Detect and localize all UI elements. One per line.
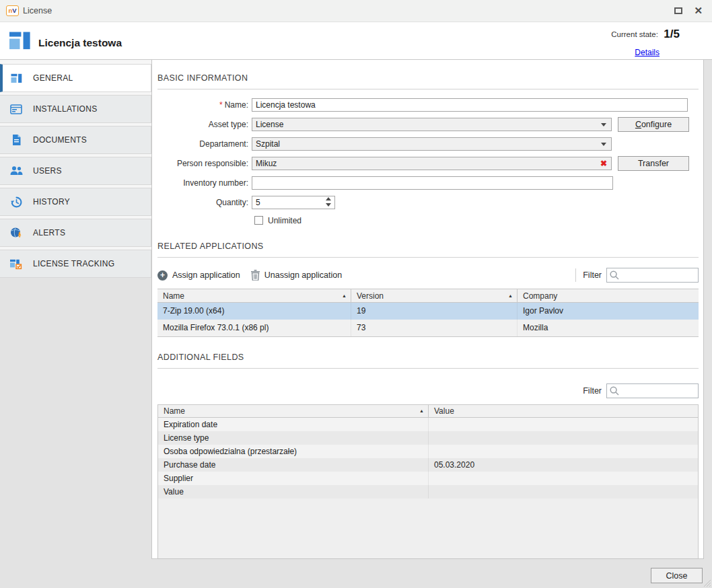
sort-asc-icon: ▲ [342, 291, 347, 302]
applications-filter [606, 268, 699, 283]
unassign-application-button[interactable]: Unassign application [251, 270, 342, 281]
window-close-button[interactable]: ✕ [694, 5, 703, 17]
sidebar-item-users[interactable]: USERS [0, 157, 151, 185]
cell-name: 7-Zip 19.00 (x64) [157, 303, 351, 320]
current-state-label: Current state: [611, 30, 658, 38]
sidebar-item-alerts[interactable]: ALERTS [0, 219, 151, 247]
additional-fields-filter [606, 383, 699, 398]
quantity-input[interactable] [252, 196, 335, 209]
close-button[interactable]: Close [651, 568, 703, 583]
cell-field-name: Supplier [158, 472, 429, 485]
tab-label: GENERAL [33, 73, 73, 83]
assign-application-label: Assign application [172, 270, 240, 280]
transfer-button[interactable]: Transfer [618, 156, 689, 171]
section-divider [157, 368, 699, 369]
asset-type-dropdown[interactable]: License [252, 118, 612, 131]
cell-field-value [429, 472, 698, 485]
tab-label: USERS [33, 166, 62, 176]
asset-type-value: License [252, 120, 601, 129]
cell-field-value [429, 431, 698, 445]
configure-button[interactable]: Configure [618, 117, 689, 132]
department-dropdown[interactable]: Szpital [252, 137, 612, 151]
table-row[interactable]: Osoba odpowiedzialna (przestarzałe) [158, 445, 698, 458]
section-title-basic-information: BASIC INFORMATION [157, 73, 699, 83]
main-content: BASIC INFORMATION *Name: Asset type: Lic… [151, 60, 704, 559]
spinner-down-icon[interactable] [326, 203, 331, 207]
page-header: Licencja testowa Current state: 1/5 Deta… [0, 22, 712, 60]
sort-asc-icon: ▲ [419, 406, 424, 417]
cell-company: Mozilla [518, 320, 699, 336]
page-title: Licencja testowa [38, 37, 122, 49]
globe-bell-icon [9, 227, 23, 239]
table-row[interactable]: Expiration date [158, 418, 698, 431]
plus-circle-icon: + [157, 270, 168, 281]
license-tracking-icon [9, 258, 23, 270]
cell-version: 73 [351, 320, 518, 336]
table-row[interactable]: Value [158, 485, 698, 499]
quantity-stepper [326, 197, 332, 208]
related-applications-table: Name▲ Version▲ Company 7-Zip 19.00 (x64)… [157, 289, 699, 337]
section-divider [157, 89, 699, 89]
sidebar-tab-stack: GENERAL INSTALLATIONS [0, 60, 151, 278]
name-input[interactable] [252, 98, 688, 112]
current-state-value: 1/5 [664, 28, 680, 40]
unlimited-checkbox[interactable] [254, 216, 263, 225]
section-title-additional-fields: ADDITIONAL FIELDS [157, 353, 699, 362]
sidebar-item-history[interactable]: HISTORY [0, 188, 151, 216]
form-row-quantity: Quantity: [157, 196, 699, 209]
person-responsible-value: Mikuz [252, 159, 600, 168]
table-row[interactable]: Purchase date 05.03.2020 [158, 458, 698, 472]
column-header-name[interactable]: Name▲ [157, 289, 351, 302]
clear-person-icon[interactable]: ✖ [600, 159, 607, 168]
users-icon [9, 166, 23, 176]
asset-type-label: Asset type: [157, 120, 248, 129]
column-header-version[interactable]: Version▲ [351, 289, 518, 302]
inventory-number-input[interactable] [252, 176, 613, 190]
assign-application-button[interactable]: + Assign application [157, 270, 240, 281]
department-value: Szpital [252, 139, 601, 149]
table-row-selected[interactable]: 7-Zip 19.00 (x64) 19 Igor Pavlov [157, 303, 699, 320]
table-row[interactable]: License type [158, 431, 698, 445]
quantity-label: Quantity: [157, 198, 248, 207]
person-responsible-field[interactable]: Mikuz ✖ [252, 157, 612, 170]
sidebar-item-installations[interactable]: INSTALLATIONS [0, 95, 151, 123]
sidebar-item-license-tracking[interactable]: LICENSE TRACKING [0, 250, 151, 278]
applications-filter-input[interactable] [606, 268, 699, 283]
sidebar-item-general[interactable]: GENERAL [0, 64, 151, 92]
sidebar-item-documents[interactable]: DOCUMENTS [0, 126, 151, 154]
table-header: Name▲ Version▲ Company [157, 289, 699, 303]
cell-field-name: Osoba odpowiedzialna (przestarzałe) [158, 445, 429, 458]
table-row[interactable]: Supplier [158, 472, 698, 485]
history-icon [9, 196, 23, 208]
spinner-up-icon[interactable] [326, 197, 331, 200]
toolbar-divider [575, 268, 576, 282]
unlimited-row: Unlimited [254, 215, 699, 225]
section-title-related-applications: RELATED APPLICATIONS [157, 242, 699, 251]
search-icon [610, 270, 619, 280]
additional-fields-filter-input[interactable] [606, 383, 699, 398]
license-window: { "window": { "title": "License", "app_i… [0, 0, 712, 588]
column-header-value[interactable]: Value [429, 405, 698, 417]
resize-grip[interactable] [703, 579, 711, 587]
filter-label: Filter [583, 386, 602, 396]
details-link[interactable]: Details [635, 48, 660, 57]
cell-name: Mozilla Firefox 73.0.1 (x86 pl) [157, 320, 351, 336]
chevron-down-icon [601, 143, 606, 146]
additional-fields-table: Name▲ Value Expiration date License type… [157, 404, 699, 559]
column-header-name[interactable]: Name▲ [158, 405, 429, 417]
cell-field-value [429, 445, 698, 458]
form-row-name: *Name: [157, 98, 699, 112]
window-titlebar: nV License ✕ [0, 0, 712, 22]
table-row[interactable]: Mozilla Firefox 73.0.1 (x86 pl) 73 Mozil… [157, 320, 699, 336]
window-app-icon [9, 104, 23, 114]
department-label: Departament: [157, 139, 248, 149]
maximize-button[interactable] [674, 7, 682, 14]
column-header-company[interactable]: Company [518, 289, 699, 302]
sort-asc-icon: ▲ [508, 291, 513, 302]
search-icon [610, 386, 619, 396]
chevron-down-icon [601, 123, 606, 126]
cell-field-name: Value [158, 485, 429, 499]
tab-label: LICENSE TRACKING [33, 259, 114, 268]
license-bars-icon [9, 73, 23, 84]
tab-label: DOCUMENTS [33, 135, 87, 145]
